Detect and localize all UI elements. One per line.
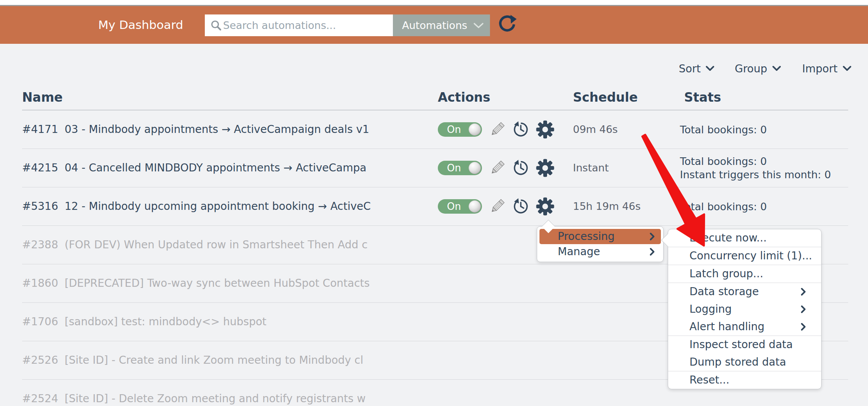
automation-name[interactable]: #531612 - Mindbody upcoming appointment … — [22, 187, 433, 225]
import-label: Import — [802, 62, 838, 75]
search-box[interactable] — [205, 14, 393, 36]
sort-label: Sort — [679, 62, 700, 75]
submenu-item-inspect-stored-data[interactable]: Inspect stored data — [668, 336, 821, 353]
submenu-item-logging[interactable]: Logging — [668, 301, 821, 318]
column-header-stats: Stats — [684, 88, 721, 107]
row-actions: On — [438, 149, 554, 187]
automation-id: #2526 — [22, 354, 58, 366]
import-dropdown[interactable]: Import — [802, 60, 852, 77]
automation-name[interactable]: #1860[DEPRECATED] Two-way sync between H… — [22, 264, 433, 302]
sort-dropdown[interactable]: Sort — [679, 60, 715, 77]
schedule-value: Instant — [573, 149, 609, 187]
schedule-value: 15h 19m 46s — [573, 187, 641, 225]
automation-name[interactable]: #1706[sandbox] test: mindbody<> hubspot — [22, 303, 433, 341]
table-row: #421504 - Cancelled MINDBODY appointment… — [22, 149, 848, 187]
automation-name[interactable]: #421504 - Cancelled MINDBODY appointment… — [22, 149, 433, 187]
automation-id: #4171 — [22, 123, 58, 136]
automation-id: #1706 — [22, 315, 58, 328]
chevron-down-icon — [772, 66, 781, 72]
table-row: #417103 - Mindbody appointments → Active… — [22, 110, 848, 149]
history-icon[interactable] — [512, 121, 529, 138]
toggle-knob — [469, 162, 481, 174]
settings-gear-icon[interactable] — [536, 159, 554, 177]
automation-name[interactable]: #417103 - Mindbody appointments → Active… — [22, 110, 433, 149]
column-header-schedule: Schedule — [573, 88, 638, 107]
automation-id: #5316 — [22, 200, 58, 213]
schedule-value: 09m 46s — [573, 110, 618, 149]
automation-name[interactable]: #2524[Site ID] - Delete Zoom meeting and… — [22, 380, 433, 406]
submenu-item-concurrency-limit[interactable]: Concurrency limit (1)... — [668, 247, 821, 265]
submenu-item-reset[interactable]: Reset... — [668, 371, 821, 389]
toggle-state-label: On — [447, 161, 461, 175]
submenu-item-data-storage[interactable]: Data storage — [668, 283, 821, 301]
group-dropdown[interactable]: Group — [735, 60, 781, 77]
submenu-item-execute-now[interactable]: Execute now... — [668, 229, 821, 247]
stats-line: Total bookings: 0 — [680, 155, 831, 168]
chevron-right-icon — [801, 288, 806, 296]
gear-context-menu: Processing Manage — [537, 226, 664, 262]
history-icon[interactable] — [512, 198, 529, 215]
settings-gear-icon[interactable] — [536, 120, 554, 139]
automation-id: #4215 — [22, 161, 58, 174]
automation-id: #2524 — [22, 392, 58, 405]
chevron-right-icon — [649, 248, 655, 256]
stats-line: Total bookings: 0 — [680, 123, 767, 136]
automation-name[interactable]: #2526[Site ID] - Create and link Zoom me… — [22, 341, 433, 379]
menu-item-processing[interactable]: Processing — [539, 229, 661, 244]
submenu-item-latch-group[interactable]: Latch group... — [668, 265, 821, 283]
stats-cell: Total bookings: 0 Instant triggers this … — [680, 149, 831, 187]
top-strip — [0, 0, 868, 5]
automation-id: #1860 — [22, 277, 58, 289]
page-title: My Dashboard — [98, 6, 183, 44]
chevron-right-icon — [801, 323, 806, 331]
history-icon[interactable] — [512, 160, 529, 176]
search-icon — [210, 19, 222, 32]
table-header-row: Name Actions Schedule Stats — [22, 88, 848, 110]
stats-line: Instant triggers this month: 0 — [680, 168, 831, 181]
on-off-toggle[interactable]: On — [438, 122, 482, 137]
chevron-down-icon — [705, 66, 715, 72]
toggle-state-label: On — [447, 122, 461, 137]
stats-line: Total bookings: 0 — [680, 200, 767, 213]
automation-name[interactable]: #2388(FOR DEV) When Updated row in Smart… — [22, 226, 433, 264]
chevron-right-icon — [649, 232, 655, 241]
on-off-toggle[interactable]: On — [438, 199, 482, 214]
edit-pencil-icon[interactable] — [489, 198, 506, 215]
row-actions: On — [438, 110, 554, 149]
settings-gear-icon[interactable] — [536, 197, 554, 216]
chevron-down-icon — [473, 22, 484, 29]
on-off-toggle[interactable]: On — [438, 161, 482, 175]
chevron-right-icon — [801, 305, 806, 313]
toggle-knob — [469, 123, 481, 136]
column-header-name: Name — [22, 88, 63, 107]
submenu-item-dump-stored-data[interactable]: Dump stored data — [668, 353, 821, 371]
group-label: Group — [735, 62, 767, 75]
row-actions: On — [438, 187, 554, 225]
stats-cell: Total bookings: 0 — [680, 187, 767, 225]
table-row: #531612 - Mindbody upcoming appointment … — [22, 187, 848, 226]
submenu-item-alert-handling[interactable]: Alert handling — [668, 318, 821, 336]
edit-pencil-icon[interactable] — [489, 121, 506, 138]
automation-id: #2388 — [22, 238, 58, 251]
search-input[interactable] — [222, 19, 384, 32]
edit-pencil-icon[interactable] — [489, 160, 506, 176]
stats-cell: Total bookings: 0 — [680, 110, 767, 149]
column-header-actions: Actions — [438, 88, 490, 107]
toggle-state-label: On — [447, 199, 461, 214]
menu-item-manage[interactable]: Manage — [539, 244, 661, 259]
chevron-down-icon — [842, 66, 852, 72]
processing-submenu: Execute now... Concurrency limit (1)... … — [668, 229, 822, 389]
toggle-knob — [469, 200, 481, 213]
scope-dropdown-label: Automations — [402, 19, 467, 31]
scope-dropdown[interactable]: Automations — [393, 14, 490, 36]
app-header: My Dashboard Automations — [0, 6, 868, 44]
refresh-icon[interactable] — [497, 14, 517, 34]
